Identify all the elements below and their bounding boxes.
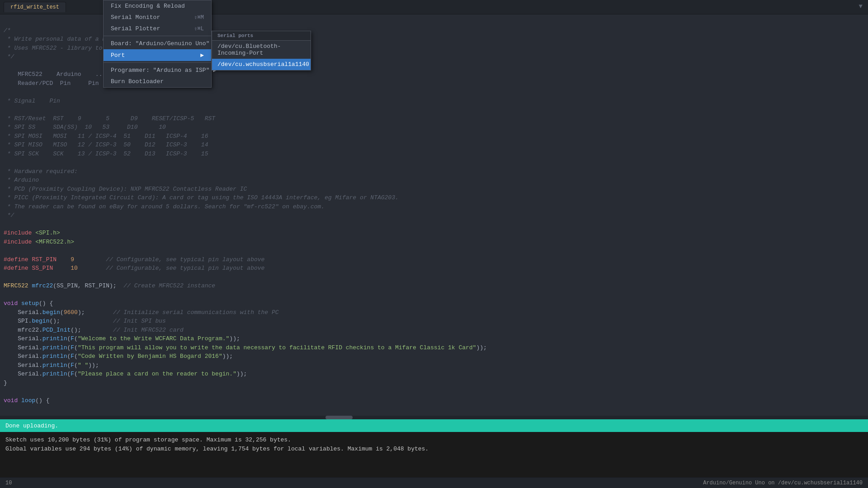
- status-text: Done uploading.: [5, 422, 58, 429]
- menu-burn-bootloader[interactable]: Burn Bootloader: [104, 76, 211, 87]
- console-line-2: Global variables use 294 bytes (14%) of …: [5, 445, 863, 454]
- menu-port[interactable]: Port ▶: [104, 49, 211, 61]
- menu-serial-monitor[interactable]: Serial Monitor ⇧⌘M: [104, 12, 211, 23]
- tools-menu: Fix Encoding & Reload Serial Monitor ⇧⌘M…: [103, 0, 212, 88]
- bottom-bar-right: Arduino/Genuino Uno on /dev/cu.wchusbser…: [703, 480, 863, 486]
- menu-board[interactable]: Board: "Arduino/Genuino Uno" ▶: [104, 38, 211, 49]
- window-collapse-button[interactable]: ▼: [859, 3, 863, 10]
- menu-serial-plotter[interactable]: Serial Plotter ⇧⌘L: [104, 23, 211, 34]
- port-wchusbserial[interactable]: /dev/cu.wchusbserial1a1140: [212, 59, 311, 70]
- port-bluetooth[interactable]: /dev/cu.Bluetooth-Incoming-Port: [212, 41, 311, 59]
- serial-ports-header: Serial ports: [212, 31, 311, 41]
- menu-divider-2: [104, 62, 211, 63]
- tab-label: rfid_write_test: [10, 4, 59, 10]
- scrollbar-track[interactable]: [0, 416, 868, 419]
- menu-programmer[interactable]: Programmer: "Arduino as ISP" ▶: [104, 64, 211, 76]
- tab-rfid-write-test[interactable]: rfid_write_test: [4, 2, 66, 12]
- menu-fix-encoding[interactable]: Fix Encoding & Reload: [104, 0, 211, 12]
- serial-ports-menu: Serial ports /dev/cu.Bluetooth-Incoming-…: [212, 31, 311, 70]
- status-bar: Done uploading.: [0, 419, 868, 432]
- bottom-bar: 10 Arduino/Genuino Uno on /dev/cu.wchusb…: [0, 477, 868, 488]
- scrollbar-thumb[interactable]: [326, 416, 353, 419]
- console-area: Sketch uses 10,200 bytes (31%) of progra…: [0, 432, 868, 477]
- bottom-bar-left: 10: [5, 480, 12, 486]
- console-line-1: Sketch uses 10,200 bytes (31%) of progra…: [5, 436, 863, 445]
- menu-divider-1: [104, 36, 211, 36]
